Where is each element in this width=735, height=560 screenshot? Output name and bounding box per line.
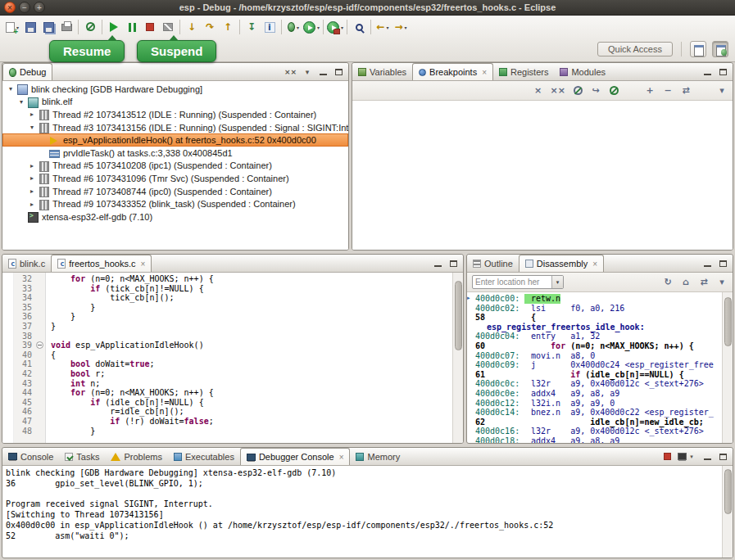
code-line[interactable]: } bbox=[51, 322, 452, 332]
save-all-button[interactable] bbox=[39, 17, 57, 37]
line-number[interactable]: 39 bbox=[14, 341, 32, 350]
search-button[interactable] bbox=[350, 17, 368, 37]
disassembly-line[interactable]: ▸400d0c00:retw.n bbox=[467, 294, 722, 304]
breakpoints-view-menu-icon[interactable]: ▾ bbox=[716, 84, 728, 97]
open-perspective-icon[interactable] bbox=[690, 41, 706, 57]
close-icon[interactable]: × bbox=[339, 453, 344, 462]
code-line[interactable] bbox=[51, 332, 452, 341]
tab-outline[interactable]: Outline bbox=[467, 255, 519, 272]
disassembly-line[interactable]: 400d0c16:l32r a9, 0x400d012c <_stext+276… bbox=[467, 427, 722, 436]
dropdown-arrow-icon[interactable]: ▾ bbox=[405, 25, 407, 30]
tab-registers[interactable]: Registers bbox=[493, 63, 554, 80]
disassembly-scrollbar-thumb[interactable] bbox=[724, 297, 732, 346]
line-number[interactable]: 48 bbox=[14, 427, 32, 436]
window-titlebar[interactable]: × − + esp - Debug - /home/krzysztof/esp/… bbox=[0, 0, 735, 16]
step-over-button[interactable]: ↷ bbox=[201, 17, 219, 37]
tab-console[interactable]: Console bbox=[2, 448, 59, 465]
tree-collapsed-arrow[interactable]: ▸ bbox=[27, 174, 37, 182]
editor-fold-ruler[interactable] bbox=[35, 273, 46, 443]
code-line[interactable]: } bbox=[51, 427, 452, 436]
line-number[interactable]: 40 bbox=[14, 350, 32, 360]
disassembly-line[interactable]: 400d0c09:j 0x400d0c24 <esp_register_free bbox=[467, 360, 722, 370]
tab-executables[interactable]: Executables bbox=[168, 448, 240, 465]
remove-all-breakpoints-icon[interactable]: ×× bbox=[551, 84, 565, 97]
disassembly-line[interactable]: 62 idle_cb[n]=new_idle_cb; bbox=[467, 418, 722, 427]
instruction-stepping-button[interactable]: i bbox=[261, 17, 279, 37]
fold-collapse-icon[interactable] bbox=[36, 341, 43, 349]
minimize-icon[interactable] bbox=[702, 258, 712, 269]
minimize-icon[interactable] bbox=[702, 451, 712, 463]
line-number[interactable]: 44 bbox=[14, 388, 32, 398]
tree-collapsed-arrow[interactable]: ▸ bbox=[27, 111, 37, 118]
tab-freertos-hooks-c[interactable]: freertos_hooks.c× bbox=[51, 255, 152, 272]
line-number[interactable]: 37 bbox=[14, 322, 32, 332]
skip-all-breakpoints-button[interactable] bbox=[81, 17, 99, 37]
disassembly-line[interactable]: 400d0c04:entry a1, 32 bbox=[467, 332, 722, 341]
dropdown-arrow-icon[interactable]: ▾ bbox=[297, 25, 299, 30]
debug-tree-item[interactable]: ▸Thread #7 1073408744 (ipc0) (Suspended … bbox=[2, 185, 348, 198]
dropdown-arrow-icon[interactable]: ▾ bbox=[387, 25, 389, 30]
line-number[interactable]: 32 bbox=[14, 274, 32, 284]
tab-blink-c[interactable]: blink.c bbox=[2, 255, 51, 272]
debug-tree-item[interactable]: esp_vApplicationIdleHook() at freertos_h… bbox=[2, 133, 348, 147]
tree-expanded-arrow[interactable]: ▾ bbox=[27, 124, 37, 131]
disassembly-line[interactable]: 400d0c02:lsi f0, a0, 216 bbox=[467, 304, 722, 314]
tree-collapsed-arrow[interactable]: ▸ bbox=[27, 187, 37, 195]
editor-scrollbar-thumb[interactable] bbox=[455, 281, 462, 350]
debug-tree-item[interactable]: ▾blink.elf bbox=[2, 96, 348, 109]
disassembly-body[interactable]: ▸400d0c00:retw.n400d0c02:lsi f0, a0, 216… bbox=[467, 292, 722, 443]
tab-breakpoints[interactable]: Breakpoints× bbox=[412, 63, 493, 80]
line-number[interactable]: 38 bbox=[14, 332, 32, 341]
print-button[interactable] bbox=[57, 17, 75, 37]
home-icon[interactable]: ⌂ bbox=[680, 276, 692, 289]
debug-tree-item[interactable]: ▸Thread #2 1073413512 (IDLE : Running) (… bbox=[2, 108, 348, 121]
line-number[interactable]: 46 bbox=[14, 407, 32, 417]
code-line[interactable]: int n; bbox=[51, 379, 452, 389]
close-icon[interactable]: × bbox=[592, 260, 597, 269]
location-combo[interactable]: Enter location her ▾ bbox=[472, 275, 564, 289]
disassembly-line[interactable]: 61 if (idle_cb[n]==NULL) { bbox=[467, 370, 722, 380]
console-scrollbar-thumb[interactable] bbox=[724, 469, 732, 514]
console-scrollbar[interactable] bbox=[722, 466, 733, 558]
minimize-icon[interactable] bbox=[433, 258, 442, 269]
drop-to-frame-button[interactable]: ↧ bbox=[243, 17, 261, 37]
code-line[interactable]: bool doWait=true; bbox=[51, 359, 452, 369]
line-number[interactable]: 35 bbox=[14, 303, 32, 313]
new-wizard-button[interactable]: ▾ bbox=[3, 17, 21, 37]
tab-debugger-console[interactable]: Debugger Console× bbox=[240, 448, 351, 465]
disassembly-scrollbar[interactable] bbox=[722, 292, 733, 443]
line-number[interactable]: 43 bbox=[14, 379, 32, 389]
disassembly-line[interactable]: 400d0c0e:addx4 a9, a8, a9 bbox=[467, 389, 722, 399]
disassembly-line[interactable]: 400d0c07:movi.n a8, 0 bbox=[467, 351, 722, 361]
debug-tree-item[interactable]: ▸Thread #9 1073433352 (blink_task) (Susp… bbox=[2, 197, 348, 210]
line-number[interactable]: 47 bbox=[14, 417, 32, 427]
code-line[interactable]: if (!r) doWait=false; bbox=[51, 417, 452, 427]
code-line[interactable]: tick_cb[n](); bbox=[51, 293, 452, 303]
step-into-button[interactable]: ↓ bbox=[183, 17, 201, 37]
disassembly-line[interactable]: 400d0c12:l32i.n a9, a9, 0 bbox=[467, 399, 722, 409]
collapse-all-icon[interactable]: − bbox=[662, 84, 674, 97]
maximize-icon[interactable] bbox=[718, 451, 728, 463]
code-line[interactable]: } bbox=[51, 303, 452, 313]
code-line[interactable]: for (n=0; n<MAX_HOOKS; n++) { bbox=[51, 388, 452, 398]
debug-view-menu-icon[interactable]: ▾ bbox=[302, 66, 312, 78]
debug-button[interactable]: ▾ bbox=[284, 17, 302, 37]
close-icon[interactable]: × bbox=[141, 260, 146, 269]
editor-scrollbar[interactable] bbox=[452, 273, 463, 443]
link-with-active-context-icon[interactable]: ⇄ bbox=[698, 276, 710, 289]
debug-tree-item[interactable]: ▾Thread #3 1073413156 (IDLE : Running) (… bbox=[2, 121, 348, 134]
combo-dropdown-icon[interactable]: ▾ bbox=[551, 276, 563, 288]
disassembly-line[interactable]: 400d0c14:bnez.n a9, 0x400d0c22 <esp_regi… bbox=[467, 408, 722, 418]
refresh-icon[interactable]: ↻ bbox=[662, 276, 674, 289]
forward-button[interactable]: →▾ bbox=[392, 17, 410, 37]
line-number[interactable]: 41 bbox=[14, 359, 32, 369]
tab-memory[interactable]: Memory bbox=[350, 448, 406, 465]
link-with-debug-view-icon[interactable]: ⇄ bbox=[680, 84, 692, 97]
back-button[interactable]: ←▾ bbox=[374, 17, 392, 37]
minimize-icon[interactable] bbox=[318, 66, 328, 78]
code-line[interactable]: { bbox=[51, 350, 452, 360]
remove-breakpoint-icon[interactable]: × bbox=[533, 84, 544, 97]
external-tools-button[interactable]: ▾ bbox=[326, 17, 344, 37]
tab-problems[interactable]: Problems bbox=[105, 448, 167, 465]
code-line[interactable]: if (tick_cb[n]!=NULL) { bbox=[51, 284, 452, 294]
